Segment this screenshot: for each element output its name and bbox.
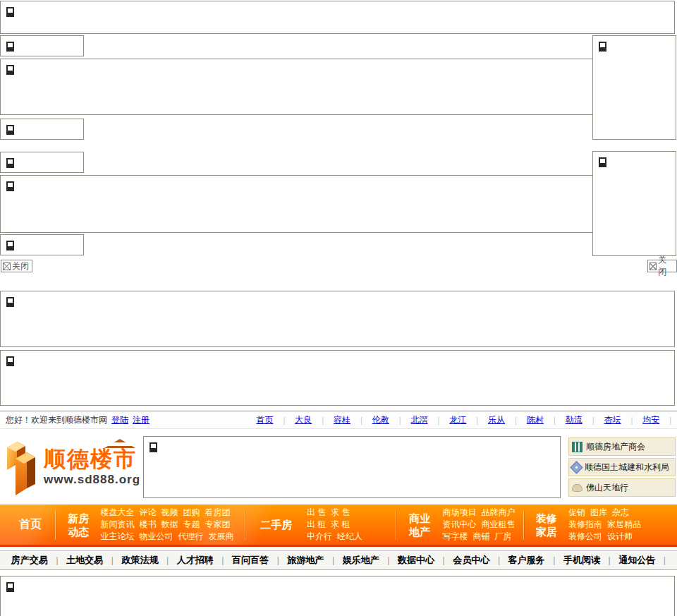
nav-link[interactable]: 商场项目 (442, 507, 476, 517)
nav-link[interactable]: 专题 (183, 519, 200, 529)
sub-nav-item-会员中心[interactable]: 会员中心 (453, 554, 489, 567)
nav-link[interactable]: 商铺 (472, 531, 489, 541)
nav-link[interactable]: 专家团 (205, 519, 230, 529)
nav-section-title-line: 新房 (56, 512, 100, 525)
nav-link[interactable]: 出 售 (307, 507, 326, 517)
nav-links-row: 楼盘大全评论视频团购看房团 (100, 507, 244, 519)
city-links: 首页｜大良｜容桂｜伦教｜北滘｜龙江｜乐从｜陈村｜勒流｜杏坛｜均安｜ (249, 414, 677, 426)
nav-link[interactable]: 厂房 (494, 531, 511, 541)
divider: | (443, 555, 445, 565)
nav-link[interactable]: 楼书 (139, 519, 156, 529)
partner-link-1[interactable]: 顺德房地产商会 (568, 437, 676, 456)
nav-link[interactable]: 品牌商户 (481, 507, 515, 517)
ad-banner-bottom (0, 576, 675, 616)
nav-link[interactable]: 楼盘大全 (100, 507, 134, 517)
divider: | (166, 555, 169, 565)
sub-nav-item-通知公告[interactable]: 通知公告 (618, 554, 655, 567)
sub-nav-item-客户服务[interactable]: 客户服务 (508, 554, 545, 567)
partner-link-2[interactable]: 顺德国土城建和水利局 (568, 458, 676, 476)
register-link[interactable]: 注册 (133, 414, 150, 426)
sub-nav-item-土地交易[interactable]: 土地交易 (66, 554, 103, 567)
broken-image-icon (6, 356, 14, 366)
nav-link[interactable]: 数据 (161, 519, 178, 529)
city-link-陈村[interactable]: 陈村 (520, 414, 551, 426)
nav-links-row: 装修指南家居精品 (568, 519, 671, 531)
broken-image-icon (6, 297, 14, 307)
nav-link[interactable]: 业主论坛 (100, 531, 134, 541)
nav-section-title[interactable]: 新房动态 (56, 512, 100, 538)
nav-link[interactable]: 装修公司 (568, 531, 602, 541)
divider: ｜ (435, 415, 443, 425)
nav-link[interactable]: 经纪人 (337, 531, 362, 541)
nav-link[interactable]: 杂志 (612, 507, 629, 517)
sub-nav-item-娱乐地产[interactable]: 娱乐地产 (343, 554, 379, 567)
sub-nav-item-政策法规[interactable]: 政策法规 (121, 554, 158, 567)
sub-nav-item-百问百答[interactable]: 百问百答 (232, 554, 269, 567)
nav-link[interactable]: 装修指南 (568, 519, 602, 529)
secondary-nav: 房产交易|土地交易|政策法规|人才招聘|百问百答|旅游地产|娱乐地产|数据中心|… (0, 550, 677, 570)
nav-link[interactable]: 团购 (183, 507, 200, 517)
logo-url: www.sd888.org (44, 473, 140, 487)
nav-link[interactable]: 图库 (590, 507, 607, 517)
divider: ｜ (512, 415, 520, 425)
city-link-龙江[interactable]: 龙江 (442, 414, 473, 426)
site-logo[interactable]: 顺德楼市 www.sd888.org (3, 435, 141, 500)
divider: ｜ (666, 415, 674, 425)
nav-links-row: 资讯中心商业租售 (442, 519, 523, 531)
partner-link-label: 顺德房地产商会 (586, 441, 645, 453)
divider: ｜ (590, 415, 597, 425)
nav-link[interactable]: 家居精品 (607, 519, 641, 529)
nav-link[interactable]: 商业租售 (481, 519, 515, 529)
sub-nav-item-手机阅读[interactable]: 手机阅读 (563, 554, 600, 567)
nav-link[interactable]: 新闻资讯 (100, 519, 134, 529)
divider: ｜ (551, 415, 559, 425)
city-link-伦教[interactable]: 伦教 (365, 414, 396, 426)
nav-link[interactable]: 写字楼 (442, 531, 468, 541)
nav-link[interactable]: 出 租 (307, 519, 326, 529)
nav-link[interactable]: 评论 (139, 507, 156, 517)
partner-link-3[interactable]: 佛山天地行 (568, 478, 676, 497)
nav-link[interactable]: 求 租 (331, 519, 350, 529)
association-logo-icon (572, 442, 583, 452)
nav-link[interactable]: 代理行 (178, 531, 203, 541)
close-ad-button-left[interactable]: 关闭 (1, 260, 32, 272)
sub-nav-item-房产交易[interactable]: 房产交易 (11, 554, 48, 567)
city-link-北滘[interactable]: 北滘 (404, 414, 435, 426)
city-link-杏坛[interactable]: 杏坛 (597, 414, 628, 426)
nav-links-group: 出 售求 售出 租求 租中介行经纪人 (307, 507, 396, 543)
nav-link[interactable]: 中介行 (307, 531, 332, 541)
nav-link[interactable]: 发展商 (208, 531, 233, 541)
nav-link[interactable]: 促销 (568, 507, 585, 517)
nav-link[interactable]: 看房团 (205, 507, 230, 517)
divider: | (387, 555, 389, 565)
city-link-大良[interactable]: 大良 (288, 414, 319, 426)
nav-section-title[interactable]: 二手房 (246, 518, 307, 531)
broken-image-icon (6, 42, 14, 52)
nav-link[interactable]: 求 售 (331, 507, 350, 517)
nav-link[interactable]: 设计师 (607, 531, 633, 541)
nav-link[interactable]: 物业公司 (139, 531, 173, 541)
close-ad-button-right[interactable]: 关闭 (647, 260, 677, 272)
sub-nav-item-数据中心[interactable]: 数据中心 (398, 554, 434, 567)
city-link-容桂[interactable]: 容桂 (327, 414, 358, 426)
ad-box-left-4 (0, 234, 84, 255)
sub-nav-item-人才招聘[interactable]: 人才招聘 (177, 554, 214, 567)
city-link-首页[interactable]: 首页 (249, 414, 280, 426)
city-link-均安[interactable]: 均安 (635, 414, 666, 426)
nav-section-title[interactable]: 装修家居 (525, 512, 568, 538)
nav-links-row: 商场项目品牌商户 (442, 507, 523, 519)
city-link-勒流[interactable]: 勒流 (559, 414, 590, 426)
city-link-乐从[interactable]: 乐从 (481, 414, 512, 426)
partner-link-label: 顺德国土城建和水利局 (585, 461, 669, 473)
nav-section-title[interactable]: 商业地产 (397, 512, 442, 538)
nav-links-row: 写字楼商铺厂房 (442, 531, 523, 543)
nav-link[interactable]: 资讯中心 (442, 519, 476, 529)
nav-section-title-line: 装修 (525, 512, 568, 525)
nav-link[interactable]: 视频 (161, 507, 178, 517)
sub-nav-item-旅游地产[interactable]: 旅游地产 (287, 554, 324, 567)
nav-home[interactable]: 首页 (6, 517, 55, 532)
broken-image-icon (6, 181, 14, 191)
login-link[interactable]: 登陆 (111, 414, 128, 426)
welcome-bar: 您好！欢迎来到顺德楼市网 登陆 注册 首页｜大良｜容桂｜伦教｜北滘｜龙江｜乐从｜… (0, 411, 677, 429)
broken-image-icon (599, 157, 606, 167)
